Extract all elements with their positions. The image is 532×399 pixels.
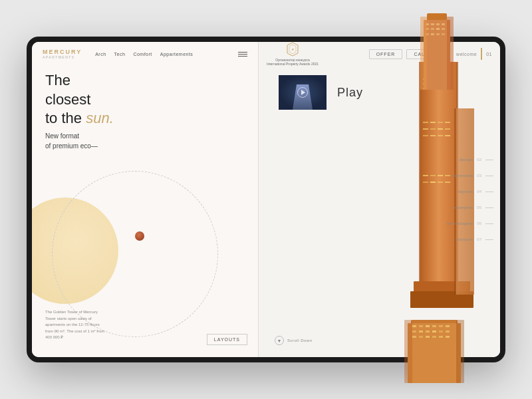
svg-rect-46 (423, 78, 428, 80)
scroll-arrow-icon: ▼ (275, 336, 284, 345)
svg-rect-7 (431, 28, 434, 30)
right-panel: ★ Организатор конкурса International Pro… (259, 42, 500, 357)
nav-link-arch[interactable]: Arch (95, 52, 106, 57)
svg-rect-6 (426, 28, 429, 30)
brand-logo: MERCURY APARTMENTS (43, 49, 82, 59)
nav-link-comfort[interactable]: Comfort (133, 52, 152, 57)
side-nav-item-technologies[interactable]: technologies 06 (447, 221, 493, 225)
award-logo: ★ Организатор конкурса International Pro… (267, 42, 319, 66)
info-line5: 400 000 ₽ (45, 335, 63, 339)
svg-rect-57 (445, 88, 450, 89)
svg-rect-75 (430, 182, 436, 183)
camera-notch (28, 190, 31, 209)
svg-rect-62 (423, 128, 428, 130)
svg-rect-9 (442, 28, 445, 30)
hero-line3: to the (45, 110, 82, 126)
bottom-info-text: The Golden Tower of Mercury Tower starts… (45, 309, 104, 341)
svg-rect-50 (423, 83, 428, 84)
side-nav-line-technologies (485, 223, 493, 224)
play-section: Play (279, 75, 363, 110)
award-emblem-icon: ★ (287, 42, 299, 57)
svg-rect-10 (426, 33, 429, 35)
navbar: MERCURY APARTMENTS Arch Tech Comfort App… (32, 42, 258, 66)
top-buttons: OFFER CALL ME (369, 49, 446, 59)
call-me-button[interactable]: CALL ME (406, 49, 446, 59)
device-frame: MERCURY APARTMENTS Arch Tech Comfort App… (27, 37, 505, 362)
side-nav-line-examples (485, 207, 493, 208)
play-thumbnail[interactable] (279, 75, 327, 110)
award-line2: International Property Awards 2021 (267, 62, 319, 66)
svg-rect-3 (431, 23, 434, 25)
side-nav-item-design[interactable]: design 02 (460, 158, 493, 162)
svg-rect-76 (438, 182, 443, 183)
welcome-accent-line (481, 48, 482, 60)
svg-rect-8 (436, 28, 440, 30)
award-line1: Организатор конкурса (275, 58, 309, 62)
svg-rect-64 (438, 128, 443, 130)
svg-rect-61 (445, 122, 450, 123)
info-line3: apartments on the 12-75 floors (45, 323, 100, 327)
hero-subtitle: New format of premium eco— (45, 131, 245, 151)
hero-subtitle2: of premium eco— (45, 142, 98, 150)
side-nav-item-contacts[interactable]: contacts 07 (456, 237, 493, 241)
svg-rect-47 (430, 78, 436, 80)
hamburger-menu[interactable] (238, 52, 247, 57)
left-panel: MERCURY APARTMENTS Arch Tech Comfort App… (32, 42, 258, 357)
layouts-button[interactable]: LAYOUTS (207, 334, 247, 345)
svg-rect-59 (430, 122, 436, 123)
logo-subtext: APARTMENTS (43, 55, 82, 59)
svg-rect-4 (436, 23, 440, 25)
side-nav-num-contacts: 07 (477, 237, 481, 241)
svg-rect-51 (430, 83, 436, 84)
hamburger-line2 (238, 54, 247, 55)
offer-button[interactable]: OFFER (369, 49, 403, 59)
side-nav-label-examples: examples (454, 205, 473, 209)
award-text: Организатор конкурса International Prope… (267, 58, 319, 66)
side-nav-item-layouts[interactable]: layouts 04 (458, 190, 493, 194)
svg-rect-12 (436, 33, 440, 35)
svg-rect-11 (431, 33, 434, 35)
side-nav-num-layouts: 04 (477, 190, 481, 194)
svg-rect-72 (438, 175, 443, 176)
side-nav-line-layouts (485, 192, 493, 192)
svg-rect-48 (438, 78, 443, 80)
scroll-indicator[interactable]: ▼ Scroll Down (275, 336, 313, 345)
side-nav-label-technologies: technologies (447, 221, 473, 225)
svg-text:★: ★ (291, 47, 295, 51)
info-line2: Tower starts open sales of (45, 317, 92, 321)
side-nav-item-panorama[interactable]: panorama 03 (452, 174, 493, 178)
hero-line2: closest (45, 91, 90, 108)
svg-rect-74 (423, 182, 428, 183)
side-nav-num-design: 02 (477, 158, 481, 162)
info-line1: The Golden Tower of Mercury (45, 310, 98, 314)
svg-rect-69 (445, 135, 450, 136)
hero-line1: The (45, 72, 70, 88)
right-topbar: ★ Организатор конкурса International Pro… (259, 42, 500, 66)
side-nav-label-contacts: contacts (456, 237, 473, 241)
side-nav-label-panorama: panorama (452, 174, 473, 178)
play-arrow-icon (301, 90, 305, 95)
svg-rect-67 (430, 135, 436, 136)
welcome-text: welcome (456, 52, 477, 57)
svg-rect-56 (438, 88, 443, 89)
svg-rect-63 (430, 128, 436, 130)
side-nav-num-technologies: 06 (477, 221, 481, 225)
nav-links: Arch Tech Comfort Appartements (95, 52, 238, 57)
svg-rect-42 (419, 62, 421, 308)
svg-rect-55 (430, 88, 436, 89)
hero-subtitle-text: New format (45, 132, 79, 140)
decorative-planet (135, 231, 144, 241)
hamburger-line1 (238, 52, 247, 53)
side-nav-label-layouts: layouts (458, 190, 473, 194)
side-nav-label-design: design (460, 158, 473, 162)
svg-rect-52 (438, 83, 443, 84)
svg-rect-49 (445, 78, 450, 80)
hero-sun: sun. (86, 110, 114, 126)
hamburger-line3 (238, 56, 247, 57)
side-nav-line-design (485, 160, 493, 160)
side-nav-item-examples[interactable]: examples 05 (454, 205, 493, 209)
nav-link-tech[interactable]: Tech (114, 52, 126, 57)
nav-link-apartments[interactable]: Appartements (160, 52, 194, 57)
svg-rect-5 (442, 23, 445, 25)
side-nav-line-panorama (485, 176, 493, 176)
